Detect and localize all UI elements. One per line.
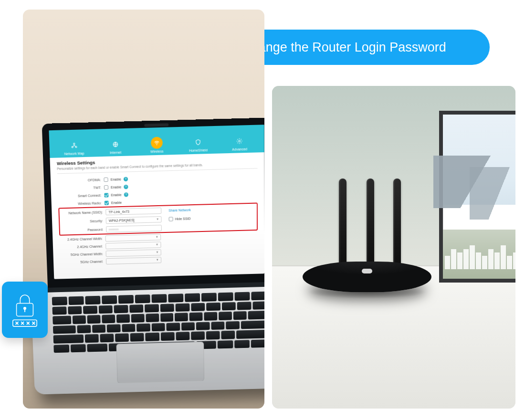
label-ofdma: OFDMA:: [57, 178, 104, 183]
row-24-channel: 2.4GHz Channel:: [60, 238, 258, 251]
highlighted-credentials-block: Network Name (SSID): TP-Link_4x73 Share …: [58, 203, 258, 236]
enable-label: Enable: [111, 200, 122, 204]
label-smart-connect: Smart Connect:: [58, 193, 104, 198]
router-scene: [272, 86, 515, 409]
row-5-channel-width: 5GHz Channel Width:: [60, 246, 258, 259]
nav-label: Wireless: [150, 149, 163, 153]
share-network-link[interactable]: Share Network: [168, 208, 191, 212]
ssid-input[interactable]: TP-Link_4x73: [105, 207, 161, 215]
enable-label: Enable: [111, 178, 121, 181]
row-5-channel: 5GHz Channel:: [60, 253, 258, 266]
nav-wireless[interactable]: Wireless: [136, 136, 178, 156]
svg-point-5: [239, 140, 241, 142]
nav-internet[interactable]: Internet: [94, 138, 136, 157]
laptop-keyboard: [31, 282, 264, 395]
svg-point-0: [73, 143, 74, 145]
router-body: [303, 262, 431, 292]
security-select[interactable]: WPA2-PSK[AES]: [106, 216, 162, 224]
label-twt: TWT:: [58, 186, 104, 190]
settings-rows: OFDMA: Enable ? TWT: Enable: [57, 171, 258, 266]
globe-icon: [110, 139, 121, 150]
label-5-channel-width: 5GHz Channel Width:: [60, 252, 105, 256]
row-24-channel-width: 2.4GHz Channel Width:: [59, 231, 258, 243]
laptop-scene: Network Map Internet Wireless: [23, 10, 264, 409]
nav-network-map[interactable]: Network Map: [53, 139, 95, 158]
antenna: [367, 178, 374, 267]
lock-password-icon: [10, 291, 40, 329]
network-topology-icon: [68, 140, 79, 151]
label-ssid: Network Name (SSID):: [59, 210, 105, 215]
shield-icon: [193, 136, 204, 147]
label-wireless-radio: Wireless Radio:: [58, 201, 105, 206]
enable-label: Enable: [111, 193, 121, 197]
label-security: Security:: [60, 219, 106, 224]
nav-label: HomeShield: [189, 148, 208, 152]
checkbox-ofdma[interactable]: [104, 177, 108, 181]
label-5-channel: 5GHz Channel:: [60, 260, 106, 264]
antenna: [393, 178, 401, 267]
password-feature-badge: [2, 282, 48, 338]
wireless-settings-panel: Wireless Settings Personalize settings f…: [50, 152, 264, 269]
keys: [52, 292, 264, 353]
nav-label: Advanced: [232, 147, 247, 151]
svg-point-7: [23, 307, 26, 310]
channel-width-24-select[interactable]: [105, 234, 161, 242]
help-icon[interactable]: ?: [124, 177, 128, 181]
gear-icon: [234, 136, 245, 147]
label-password: Password:: [60, 228, 106, 232]
wifi-icon: [151, 137, 163, 149]
window-frame: [439, 111, 515, 283]
hide-ssid-label: Hide SSID: [175, 217, 191, 220]
channel-24-select[interactable]: [105, 242, 161, 249]
trackpad: [116, 342, 205, 383]
router-admin-screen: Network Map Internet Wireless: [49, 125, 264, 279]
help-icon[interactable]: ?: [124, 192, 128, 197]
antenna: [339, 178, 346, 267]
nav-label: Network Map: [64, 152, 84, 156]
svg-point-4: [157, 145, 157, 145]
checkbox-hide-ssid[interactable]: [169, 217, 173, 221]
laptop: Network Map Internet Wireless: [42, 115, 264, 394]
title-pill-text: Change the Router Login Password: [242, 40, 446, 55]
landscape: [443, 115, 515, 279]
router-device: [303, 168, 431, 292]
help-icon[interactable]: ?: [124, 184, 128, 189]
checkbox-wireless-radio[interactable]: [105, 200, 109, 205]
nav-advanced[interactable]: Advanced: [219, 135, 261, 153]
enable-label: Enable: [111, 185, 121, 189]
channel-5-select[interactable]: [106, 257, 161, 264]
checkbox-twt[interactable]: [104, 185, 108, 189]
password-input[interactable]: ••••••: [106, 225, 162, 232]
channel-width-5-select[interactable]: [105, 249, 161, 257]
checkbox-smart-connect[interactable]: [104, 193, 108, 197]
nav-label: Internet: [110, 151, 121, 155]
label-24-channel: 2.4GHz Channel:: [60, 244, 105, 249]
label-24-channel-width: 2.4GHz Channel Width:: [59, 237, 105, 242]
laptop-bezel: Network Map Internet Wireless: [42, 117, 264, 288]
nav-homeshield[interactable]: HomeShield: [178, 136, 219, 154]
